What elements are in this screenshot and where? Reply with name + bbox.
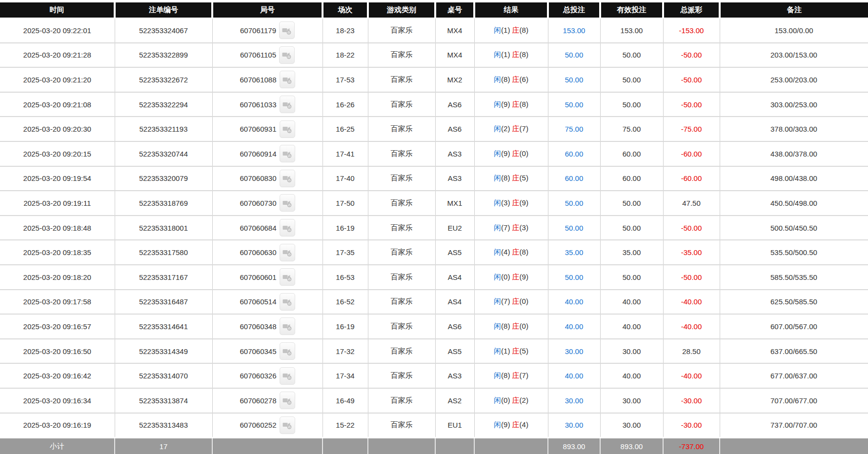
video-replay-button[interactable] (280, 96, 295, 113)
result-cell: 闲(8) 庄(0) (474, 314, 548, 339)
payout-cell: 28.50 (663, 339, 720, 364)
game-no-value: 607060830 (240, 174, 276, 182)
video-replay-button[interactable] (279, 21, 295, 39)
payout-cell: -50.00 (663, 67, 720, 92)
remark-cell: 450.50/498.00 (720, 191, 868, 216)
total-bet-value[interactable]: 40.00 (565, 322, 584, 331)
total-bet-value[interactable]: 50.00 (565, 51, 584, 59)
total-bet-value[interactable]: 40.00 (565, 297, 584, 306)
player-result-value: (1) (501, 26, 510, 34)
remark-cell: 378.00/303.00 (720, 117, 868, 141)
payout-cell: -153.00 (663, 18, 720, 43)
player-result-label: 闲 (494, 223, 501, 232)
video-replay-button[interactable] (280, 317, 295, 335)
session-cell: 17-40 (323, 166, 368, 191)
table-no-cell: AS5 (435, 240, 474, 265)
video-replay-button[interactable] (280, 342, 295, 360)
column-header-session: 场次 (323, 2, 368, 18)
remark-cell: 438.00/378.00 (720, 141, 868, 166)
total-bet-value[interactable]: 30.00 (565, 347, 584, 355)
game-type-cell: 百家乐 (368, 339, 435, 364)
total-bet-value[interactable]: 50.00 (565, 76, 584, 84)
total-bet-value[interactable]: 75.00 (565, 125, 584, 133)
player-result-label: 闲 (494, 297, 501, 305)
remark-cell: 535.50/500.50 (720, 240, 868, 265)
bet-id-cell: 522353314070 (115, 363, 212, 388)
game-no-value: 607060601 (240, 273, 276, 281)
video-replay-button[interactable] (280, 367, 295, 385)
total-bet-value[interactable]: 60.00 (565, 150, 584, 158)
video-replay-button[interactable] (280, 293, 295, 311)
time-cell: 2025-03-20 09:16:19 (0, 413, 115, 438)
session-cell: 16-52 (323, 290, 368, 315)
time-cell: 2025-03-20 09:19:11 (0, 191, 115, 216)
total-bet-value[interactable]: 50.00 (565, 224, 584, 232)
game-no-cell: 607061033 (212, 92, 323, 117)
total-bet-value[interactable]: 30.00 (565, 421, 584, 429)
total-bet-value[interactable]: 50.00 (565, 100, 584, 109)
session-cell: 16-19 (323, 216, 368, 240)
game-no-cell: 607060252 (212, 413, 323, 438)
table-no-cell: MX1 (435, 191, 474, 216)
column-header-bet_id: 注单编号 (115, 2, 212, 18)
total-bet-value[interactable]: 30.00 (565, 396, 584, 405)
total-bet-cell: 50.00 (548, 191, 600, 216)
table-row: 2025-03-20 09:22:01522353324067607061179… (0, 18, 868, 43)
game-type-cell: 百家乐 (368, 240, 435, 265)
total-bet-cell: 50.00 (548, 265, 600, 290)
video-replay-button[interactable] (280, 120, 295, 138)
valid-bet-cell: 35.00 (600, 240, 663, 265)
player-result-label: 闲 (494, 396, 501, 404)
bet-id-cell: 522353314641 (115, 314, 212, 339)
remark-cell: 498.00/438.00 (720, 166, 868, 191)
session-cell: 16-53 (323, 265, 368, 290)
session-cell: 16-19 (323, 314, 368, 339)
video-replay-button[interactable] (280, 194, 295, 212)
records-footer: 小计17893.00893.00-737.00总计17893.00893.00-… (0, 438, 868, 454)
video-replay-button[interactable] (280, 244, 295, 261)
player-result-value: (8) (501, 322, 510, 330)
video-replay-button[interactable] (280, 219, 295, 237)
table-no-cell: AS5 (435, 339, 474, 364)
video-replay-button[interactable] (280, 268, 295, 286)
total-bet-value[interactable]: 40.00 (565, 372, 584, 380)
player-result-label: 闲 (494, 50, 501, 59)
total-bet-value[interactable]: 50.00 (565, 199, 584, 207)
total-bet-value[interactable]: 50.00 (565, 273, 584, 281)
game-type-cell: 百家乐 (368, 92, 435, 117)
result-cell: 闲(8) 庄(6) (474, 67, 548, 92)
result-cell: 闲(9) 庄(4) (474, 413, 548, 438)
video-replay-button[interactable] (279, 46, 295, 64)
total-bet-cell: 60.00 (548, 141, 600, 166)
remark-cell: 707.00/677.00 (720, 388, 868, 413)
table-row: 2025-03-20 09:19:54522353320079607060830… (0, 166, 868, 191)
video-replay-button[interactable] (280, 71, 295, 88)
footer-empty-session (323, 438, 368, 454)
video-replay-button[interactable] (280, 145, 295, 162)
valid-bet-cell: 50.00 (600, 265, 663, 290)
result-cell: 闲(1) 庄(5) (474, 339, 548, 364)
total-bet-value[interactable]: 60.00 (565, 174, 584, 182)
player-result-label: 闲 (494, 322, 501, 330)
video-replay-button[interactable] (280, 416, 295, 434)
total-bet-value[interactable]: 35.00 (565, 248, 584, 257)
remark-cell: 625.50/585.50 (720, 290, 868, 315)
payout-cell: -30.00 (663, 388, 720, 413)
banker-result-value: (0) (520, 322, 528, 330)
banker-result-value: (9) (520, 273, 528, 281)
session-cell: 18-22 (323, 43, 368, 68)
banker-result-value: (0) (520, 149, 528, 158)
remark-cell: 153.00/0.00 (720, 18, 868, 43)
player-result-value: (8) (501, 75, 510, 83)
game-type-cell: 百家乐 (368, 363, 435, 388)
video-replay-button[interactable] (280, 170, 295, 187)
film-icon (283, 224, 292, 232)
banker-result-value: (0) (520, 297, 528, 305)
banker-result-label: 庄 (512, 75, 520, 83)
game-no-cell: 607060630 (212, 240, 323, 265)
video-replay-button[interactable] (280, 392, 295, 409)
time-cell: 2025-03-20 09:16:57 (0, 314, 115, 339)
total-bet-value[interactable]: 153.00 (563, 26, 585, 35)
time-cell: 2025-03-20 09:17:58 (0, 290, 115, 315)
footer-empty-gametype (368, 438, 435, 454)
